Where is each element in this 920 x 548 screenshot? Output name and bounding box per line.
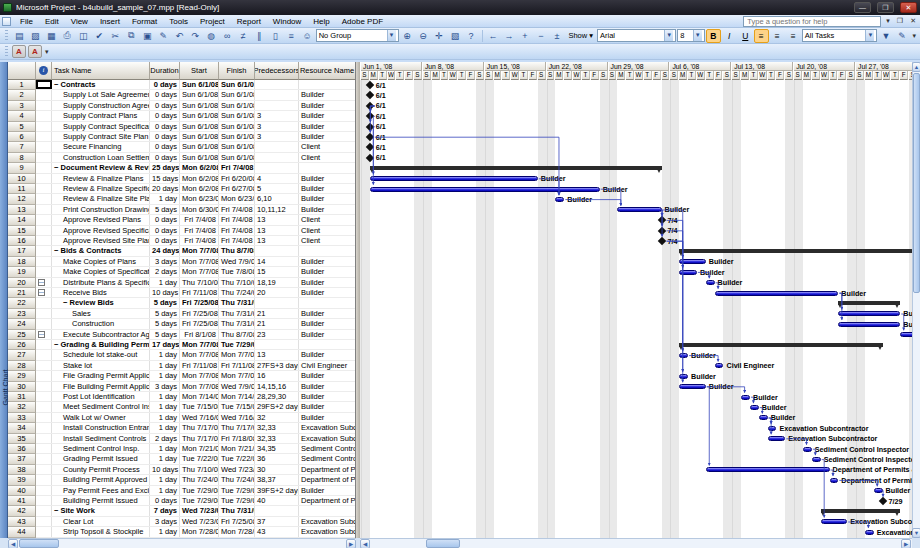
day-label[interactable]: S (609, 71, 617, 80)
predecessors-cell[interactable]: 16 (255, 371, 299, 380)
week-label[interactable]: Jul 20, '08 (794, 62, 855, 71)
info-cell[interactable] (36, 298, 52, 307)
day-label[interactable]: S (414, 71, 422, 80)
predecessors-cell[interactable]: 29FS+2 days,28, (255, 402, 299, 411)
finish-cell[interactable]: Wed 7/9/08 (219, 257, 255, 266)
start-cell[interactable]: Mon 7/7/08 (180, 371, 219, 380)
duration-cell[interactable]: 0 days (150, 153, 180, 162)
duration-cell[interactable]: 1 day (150, 402, 180, 411)
day-label[interactable]: T (768, 71, 776, 80)
task-name-cell[interactable]: − Document Review & Revision (52, 163, 150, 172)
week-label[interactable]: Jun 22, '08 (547, 62, 608, 71)
paste-icon[interactable]: ▣ (140, 29, 155, 43)
open-folder-icon[interactable]: ▨ (28, 29, 43, 43)
info-cell[interactable] (36, 153, 52, 162)
day-label[interactable]: S (794, 71, 802, 80)
day-label[interactable]: T (564, 71, 572, 80)
duration-cell[interactable]: 1 day (150, 444, 180, 453)
row-number[interactable]: 3 (8, 101, 36, 111)
row-number[interactable]: 22 (8, 298, 36, 308)
finish-cell[interactable]: Tue 7/22/08 (219, 454, 255, 463)
duration-cell[interactable]: 2 days (150, 434, 180, 443)
start-cell[interactable]: Mon 6/2/08 (180, 163, 219, 172)
resource-cell[interactable]: Department of Permits & (299, 475, 356, 484)
predecessors-cell[interactable]: 6,10 (255, 194, 299, 203)
row-number[interactable]: 35 (8, 434, 36, 444)
day-label[interactable]: T (706, 71, 714, 80)
duration-cell[interactable]: 15 days (150, 174, 180, 183)
resource-cell[interactable]: Builder (299, 288, 356, 297)
duration-cell[interactable]: 5 days (150, 309, 180, 318)
predecessors-cell[interactable] (255, 101, 299, 110)
info-cell[interactable] (36, 267, 52, 276)
task-information-icon[interactable]: ▯ (268, 29, 283, 43)
chevron-down-icon[interactable]: ▼ (387, 30, 396, 41)
menu-project[interactable]: Project (194, 16, 231, 27)
finish-cell[interactable]: Thu 8/7/08 (219, 246, 255, 255)
resource-cell[interactable]: Builder (299, 257, 356, 266)
column-header-num[interactable] (8, 62, 36, 80)
info-cell[interactable] (36, 174, 52, 183)
finish-cell[interactable]: Mon 7/21/08 (219, 444, 255, 453)
finish-cell[interactable]: Tue 7/29/08 (219, 496, 255, 505)
predecessors-cell[interactable]: 14 (255, 257, 299, 266)
start-cell[interactable]: Sun 6/1/08 (180, 142, 219, 151)
predecessors-cell[interactable]: 13 (255, 215, 299, 224)
predecessors-cell[interactable] (255, 153, 299, 162)
task-name-cell[interactable]: − Grading & Building Permits (52, 340, 150, 349)
duration-cell[interactable]: 5 days (150, 298, 180, 307)
resource-cell[interactable]: Client (299, 142, 356, 151)
doc-close-icon[interactable]: ✕ (908, 17, 918, 25)
predecessors-cell[interactable]: 13 (255, 350, 299, 359)
finish-cell[interactable]: Fri 7/4/08 (219, 205, 255, 214)
duration-cell[interactable]: 1 day (150, 454, 180, 463)
finish-cell[interactable]: Fri 7/11/08 (219, 361, 255, 370)
day-label[interactable]: T (502, 71, 510, 80)
duration-cell[interactable]: 0 days (150, 236, 180, 245)
resource-cell[interactable]: Builder (299, 350, 356, 359)
duration-cell[interactable]: 1 day (150, 413, 180, 422)
menu-insert[interactable]: Insert (94, 16, 126, 27)
duration-cell[interactable]: 5 days (150, 319, 180, 328)
start-cell[interactable]: Tue 7/29/08 (180, 486, 219, 495)
row-number[interactable]: 27 (8, 350, 36, 360)
duration-cell[interactable]: 10 days (150, 465, 180, 474)
start-cell[interactable]: Mon 7/7/08 (180, 382, 219, 391)
resource-cell[interactable]: Builder (299, 174, 356, 183)
day-label[interactable]: S (732, 71, 740, 80)
task-name-cell[interactable]: Review & Finalize Plans (52, 174, 150, 183)
info-cell[interactable] (36, 278, 52, 287)
resource-cell[interactable]: Excavation Subcontractor (299, 434, 356, 443)
resource-cell[interactable] (299, 163, 356, 172)
day-label[interactable]: S (723, 71, 731, 80)
day-label[interactable]: T (830, 71, 838, 80)
duration-cell[interactable]: 1 day (150, 194, 180, 203)
resource-cell[interactable]: Builder (299, 111, 356, 120)
duration-cell[interactable]: 1 day (150, 361, 180, 370)
undo-icon[interactable]: ↶ (172, 29, 187, 43)
start-cell[interactable]: Wed 7/16/08 (180, 413, 219, 422)
day-label[interactable]: S (476, 71, 484, 80)
duration-cell[interactable]: 1 day (150, 423, 180, 432)
column-header-start[interactable]: Start (180, 62, 219, 80)
finish-cell[interactable]: Tue 7/29/08 (219, 486, 255, 495)
finish-cell[interactable]: Wed 7/23/08 (219, 465, 255, 474)
duration-cell[interactable]: 7 days (150, 506, 180, 515)
group-by-combo[interactable]: No Group▼ (316, 29, 399, 42)
info-cell[interactable] (36, 90, 52, 99)
day-label[interactable]: F (405, 71, 413, 80)
resource-cell[interactable]: Department of Permits & (299, 465, 356, 474)
info-cell[interactable] (36, 350, 52, 359)
resource-cell[interactable]: Builder (299, 122, 356, 131)
copy-picture-icon[interactable]: ▧ (448, 29, 463, 43)
info-cell[interactable] (36, 257, 52, 266)
show-menu-button[interactable]: Show ▾ (565, 29, 596, 43)
duration-cell[interactable]: 3 days (150, 517, 180, 526)
start-cell[interactable]: Tue 7/15/08 (180, 402, 219, 411)
week-label[interactable]: Jun 29, '08 (609, 62, 670, 71)
start-cell[interactable]: Mon 6/23/08 (180, 194, 219, 203)
row-number[interactable]: 25 (8, 330, 36, 340)
menu-help[interactable]: Help (307, 16, 335, 27)
duration-cell[interactable]: 1 day (150, 475, 180, 484)
duration-cell[interactable]: 17 days (150, 340, 180, 349)
